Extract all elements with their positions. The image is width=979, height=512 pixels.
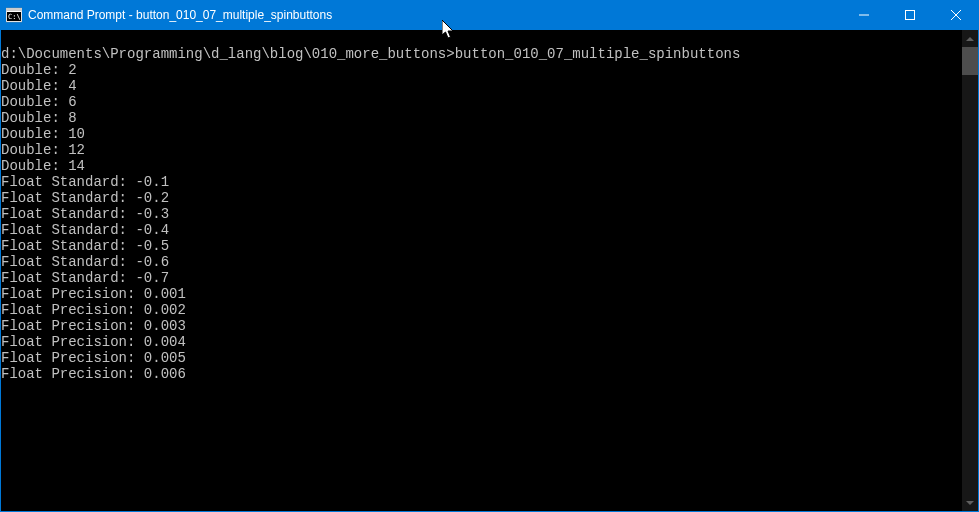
terminal-output[interactable]: d:\Documents\Programming\d_lang\blog\010…: [1, 30, 962, 511]
output-line: Float Standard: -0.4: [1, 222, 169, 238]
output-line: Float Precision: 0.001: [1, 286, 186, 302]
output-line: Double: 10: [1, 126, 85, 142]
svg-text:C:\: C:\: [8, 13, 21, 21]
output-line: Float Standard: -0.1: [1, 174, 169, 190]
svg-marker-9: [966, 501, 974, 505]
output-line: Float Standard: -0.7: [1, 270, 169, 286]
titlebar[interactable]: C:\ Command Prompt - button_010_07_multi…: [0, 0, 979, 30]
close-button[interactable]: [933, 0, 979, 30]
window-controls: [841, 0, 979, 30]
output-line: Float Precision: 0.006: [1, 366, 186, 382]
prompt-path: d:\Documents\Programming\d_lang\blog\010…: [1, 46, 455, 62]
minimize-button[interactable]: [841, 0, 887, 30]
output-line: Float Precision: 0.002: [1, 302, 186, 318]
output-line: Float Precision: 0.004: [1, 334, 186, 350]
svg-rect-5: [906, 11, 915, 20]
output-line: Double: 4: [1, 78, 77, 94]
maximize-button[interactable]: [887, 0, 933, 30]
output-line: Double: 14: [1, 158, 85, 174]
scroll-down-arrow-icon[interactable]: [962, 494, 978, 511]
output-line: Float Standard: -0.2: [1, 190, 169, 206]
command-prompt-window: C:\ Command Prompt - button_010_07_multi…: [0, 0, 979, 512]
output-line: Float Standard: -0.3: [1, 206, 169, 222]
scrollbar-thumb[interactable]: [962, 47, 978, 75]
output-line: Double: 2: [1, 62, 77, 78]
window-title: Command Prompt - button_010_07_multiple_…: [28, 8, 841, 22]
scroll-up-arrow-icon[interactable]: [962, 30, 978, 47]
command-text: button_010_07_multiple_spinbuttons: [455, 46, 741, 62]
cmd-icon: C:\: [6, 7, 22, 23]
output-line: Float Standard: -0.6: [1, 254, 169, 270]
output-line: Float Standard: -0.5: [1, 238, 169, 254]
svg-marker-8: [966, 37, 974, 41]
prompt-line: d:\Documents\Programming\d_lang\blog\010…: [1, 46, 740, 62]
output-line: Float Precision: 0.003: [1, 318, 186, 334]
client-area: d:\Documents\Programming\d_lang\blog\010…: [1, 30, 978, 511]
svg-rect-1: [6, 8, 22, 11]
output-line: Double: 12: [1, 142, 85, 158]
vertical-scrollbar[interactable]: [962, 30, 978, 511]
output-line: Double: 6: [1, 94, 77, 110]
output-line: Double: 8: [1, 110, 77, 126]
output-line: Float Precision: 0.005: [1, 350, 186, 366]
